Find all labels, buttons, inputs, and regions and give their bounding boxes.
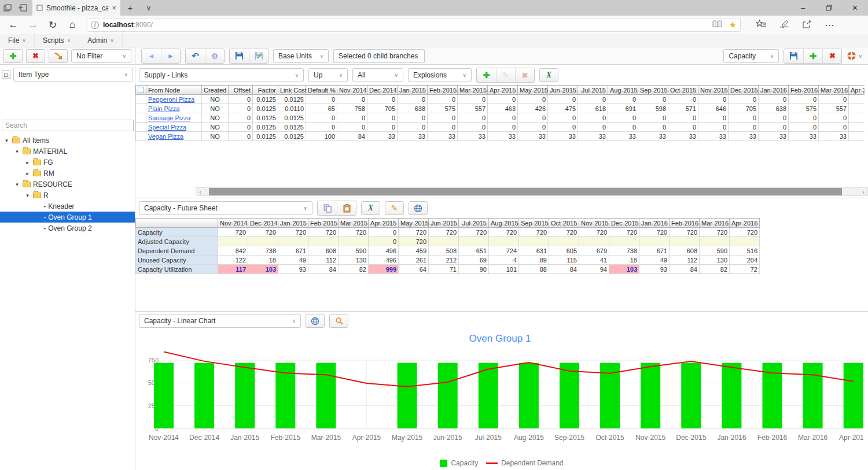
- sheet-cell[interactable]: 49: [639, 256, 670, 265]
- links-filter-select[interactable]: All ∨: [352, 68, 403, 82]
- sheet-cell[interactable]: 671: [278, 246, 308, 256]
- sheet-cell[interactable]: 84: [549, 265, 579, 274]
- sheet-cell[interactable]: 117: [218, 265, 248, 274]
- sheet-cell[interactable]: 720: [670, 228, 700, 237]
- item-type-select[interactable]: Item Type ∨: [13, 68, 133, 82]
- sheet-cell[interactable]: [248, 237, 278, 246]
- sheet-cell[interactable]: 72: [730, 265, 760, 274]
- caret-right-icon[interactable]: ▸: [24, 160, 31, 165]
- tree-item-rm[interactable]: ▸RM: [0, 168, 135, 179]
- sheet-cell[interactable]: -122: [218, 256, 248, 265]
- sheet-cell[interactable]: 720: [519, 228, 549, 237]
- sheet-cell[interactable]: 82: [339, 265, 369, 274]
- from-node-link-vegan-pizza[interactable]: Vegan Pizza: [148, 133, 183, 140]
- sheet-cell[interactable]: 130: [700, 256, 730, 265]
- new-tab-button[interactable]: +: [120, 0, 140, 16]
- row-select-cell[interactable]: [136, 95, 146, 104]
- sheet-cell[interactable]: -4: [489, 256, 519, 265]
- from-node-link-sausage-pizza[interactable]: Sausage Pizza: [148, 114, 190, 121]
- sheet-cell[interactable]: 71: [429, 265, 459, 274]
- tree-item-kneader[interactable]: ●Kneader: [0, 201, 135, 212]
- chart-publish-button[interactable]: [306, 314, 325, 328]
- sheet-cell[interactable]: 88: [519, 265, 549, 274]
- more-options-icon[interactable]: ⋯: [825, 20, 834, 31]
- save-view-button[interactable]: [784, 49, 803, 63]
- sheet-cell[interactable]: [579, 237, 609, 246]
- from-node-link-special-pizza[interactable]: Special Pizza: [148, 124, 186, 131]
- sheet-cell[interactable]: 93: [639, 265, 670, 274]
- sheet-cell[interactable]: 0: [369, 228, 399, 237]
- tab-close-icon[interactable]: ×: [112, 3, 116, 12]
- from-node-link-pepperoni-pizza[interactable]: Pepperoni Pizza: [148, 96, 194, 103]
- back-icon[interactable]: ←: [3, 19, 23, 31]
- sheet-cell[interactable]: [459, 237, 489, 246]
- sheet-cell[interactable]: 608: [308, 246, 339, 256]
- filter-select[interactable]: No Filter ∨: [71, 49, 131, 63]
- scrollbar-thumb[interactable]: [209, 188, 842, 195]
- menu-file[interactable]: File∨: [0, 34, 35, 47]
- scroll-left-icon[interactable]: ‹: [196, 188, 204, 195]
- menu-admin[interactable]: Admin∨: [79, 34, 123, 47]
- sheet-cell[interactable]: 720: [248, 228, 278, 237]
- select-all-checkbox[interactable]: [136, 86, 146, 95]
- sheet-cell[interactable]: [308, 237, 339, 246]
- sheet-cell[interactable]: 84: [670, 265, 700, 274]
- sheet-cell[interactable]: 115: [549, 256, 579, 265]
- sheet-cell[interactable]: 651: [459, 246, 489, 256]
- publish-button[interactable]: [409, 201, 428, 215]
- sheet-cell[interactable]: 720: [339, 228, 369, 237]
- tree-item-material[interactable]: ▾MATERIAL: [0, 146, 135, 157]
- sheet-cell[interactable]: 101: [489, 265, 519, 274]
- links-mode-select[interactable]: Explosions ∨: [408, 68, 472, 82]
- home-icon[interactable]: ⌂: [62, 19, 82, 31]
- tab-preview-icon[interactable]: [0, 0, 15, 16]
- save-all-button[interactable]: ✓: [249, 49, 268, 63]
- caret-right-icon[interactable]: ▸: [24, 171, 31, 176]
- sheet-cell[interactable]: 608: [670, 246, 700, 256]
- sheet-cell[interactable]: 720: [399, 237, 429, 246]
- sheet-cell[interactable]: 103: [248, 265, 278, 274]
- row-select-cell[interactable]: [136, 104, 146, 113]
- sheet-cell[interactable]: 204: [730, 256, 760, 265]
- minimize-button[interactable]: –: [790, 0, 816, 16]
- sheet-cell[interactable]: 842: [218, 246, 248, 256]
- sheet-cell[interactable]: 590: [339, 246, 369, 256]
- sheet-cell[interactable]: 720: [609, 228, 639, 237]
- sheet-cell[interactable]: 720: [459, 228, 489, 237]
- share-icon[interactable]: [802, 20, 812, 30]
- sheet-cell[interactable]: [429, 237, 459, 246]
- sheet-cell[interactable]: 720: [549, 228, 579, 237]
- caret-down-icon[interactable]: ▾: [24, 193, 31, 198]
- annotate-pen-icon[interactable]: [779, 20, 789, 30]
- tree-item-all-items[interactable]: ▾All Items: [0, 135, 135, 146]
- sheet-cell[interactable]: 738: [609, 246, 639, 256]
- reading-view-icon[interactable]: [712, 20, 722, 29]
- sheet-cell[interactable]: 112: [670, 256, 700, 265]
- delete-view-button[interactable]: ✖: [822, 49, 841, 63]
- sheet-cell[interactable]: 82: [700, 265, 730, 274]
- sheet-cell[interactable]: 720: [489, 228, 519, 237]
- tree-item-fg[interactable]: ▸FG: [0, 157, 135, 168]
- export-excel-button[interactable]: X: [539, 68, 558, 82]
- sheet-cell[interactable]: 720: [700, 228, 730, 237]
- capacity-view-select[interactable]: Capacity ∨: [723, 49, 779, 63]
- favorite-star-icon[interactable]: ★: [729, 20, 737, 30]
- browser-tab[interactable]: Smoothie - pizza_cap_2 ×: [32, 0, 120, 16]
- caret-down-icon[interactable]: ▾: [14, 182, 20, 187]
- url-field[interactable]: i localhost :8090/ ★: [87, 18, 741, 32]
- forward-icon[interactable]: →: [23, 19, 43, 31]
- sheet-cell[interactable]: [489, 237, 519, 246]
- sheet-cell[interactable]: [339, 237, 369, 246]
- row-select-cell[interactable]: [136, 123, 146, 132]
- export-excel-button[interactable]: X: [361, 201, 380, 215]
- tab-list-chevron-icon[interactable]: ∨: [140, 0, 157, 16]
- caret-down-icon[interactable]: ▾: [14, 149, 20, 154]
- edit-link-button[interactable]: ✎: [496, 68, 515, 82]
- edit-sheet-button[interactable]: ✎: [385, 201, 404, 215]
- panel-grid-icon[interactable]: [2, 71, 10, 79]
- refresh-icon[interactable]: ↻: [43, 19, 62, 31]
- sheet-cell[interactable]: 590: [700, 246, 730, 256]
- sheet-cell[interactable]: 679: [579, 246, 609, 256]
- sheet-cell[interactable]: [609, 237, 639, 246]
- tree-item-resource[interactable]: ▾RESOURCE: [0, 179, 135, 190]
